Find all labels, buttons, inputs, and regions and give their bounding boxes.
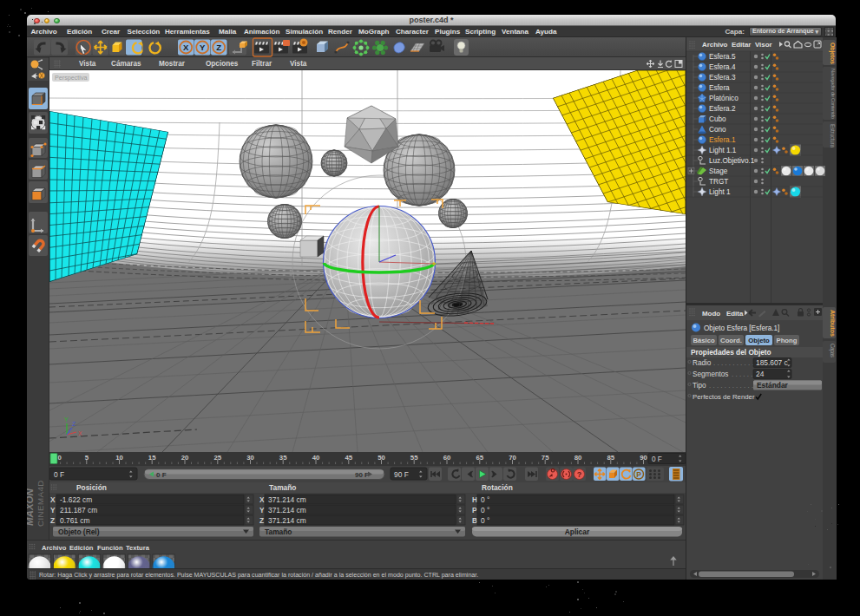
svg-text:P: P — [472, 506, 477, 514]
svg-text:85: 85 — [607, 454, 614, 462]
svg-text:40: 40 — [312, 454, 320, 462]
svg-text:Y: Y — [259, 506, 265, 514]
svg-text:50: 50 — [377, 454, 385, 462]
svg-text:Archivo: Archivo — [702, 41, 728, 49]
svg-text:Coord.: Coord. — [720, 337, 742, 344]
svg-text:Editar: Editar — [732, 41, 751, 49]
svg-text:24: 24 — [756, 370, 765, 378]
svg-text:Edición: Edición — [69, 544, 94, 552]
svg-text:Objeto (Rel): Objeto (Rel) — [58, 528, 100, 536]
svg-text:0 F: 0 F — [156, 471, 167, 479]
svg-text:35: 35 — [279, 454, 287, 462]
svg-text:Cono: Cono — [709, 126, 726, 134]
svg-text:25: 25 — [213, 454, 221, 462]
svg-text:30: 30 — [246, 454, 254, 462]
svg-text:Phong: Phong — [777, 337, 798, 344]
svg-text:0 °: 0 ° — [481, 516, 489, 525]
svg-text:45: 45 — [345, 454, 352, 462]
svg-text:185.607 c: 185.607 c — [756, 358, 788, 367]
svg-text:Esfera.4: Esfera.4 — [709, 63, 736, 71]
svg-text:90: 90 — [640, 454, 647, 462]
svg-text:5: 5 — [85, 454, 89, 462]
svg-text:X: X — [50, 495, 56, 504]
svg-text:0 F: 0 F — [54, 470, 64, 479]
svg-text:-1.622 cm: -1.622 cm — [60, 495, 92, 504]
svg-text:Textura: Textura — [126, 544, 150, 552]
svg-text:Perfectos de Render: Perfectos de Render — [693, 393, 755, 401]
svg-text:Z: Z — [72, 421, 76, 427]
svg-text:15: 15 — [148, 454, 156, 462]
svg-text:Estructura: Estructura — [830, 124, 836, 147]
svg-text:Esfera.3: Esfera.3 — [709, 74, 736, 82]
svg-text:Light 1.1: Light 1.1 — [709, 147, 737, 154]
svg-text:Objeto Esfera [Esfera.1]: Objeto Esfera [Esfera.1] — [704, 324, 779, 332]
svg-text:MAXON: MAXON — [27, 488, 35, 527]
svg-text:Y: Y — [50, 506, 56, 514]
svg-text:371.214 cm: 371.214 cm — [268, 516, 306, 525]
svg-text:Objetos: Objetos — [829, 43, 837, 64]
svg-text:Función: Función — [97, 544, 123, 552]
svg-text:0 F: 0 F — [652, 455, 662, 463]
svg-text:60: 60 — [443, 454, 451, 462]
svg-text:75: 75 — [542, 454, 549, 462]
svg-text:0.761 cm: 0.761 cm — [60, 516, 89, 525]
svg-text:55: 55 — [410, 454, 418, 462]
svg-text:Rotación: Rotación — [482, 483, 513, 492]
svg-text:CINEMA4D: CINEMA4D — [36, 480, 45, 527]
svg-text:Esfera.5: Esfera.5 — [709, 53, 736, 61]
svg-text:Perspectiva: Perspectiva — [55, 74, 88, 82]
svg-text:Capas: Capas — [829, 344, 836, 357]
svg-text:Esfera: Esfera — [709, 84, 730, 92]
svg-text:Segmentos: Segmentos — [693, 370, 728, 378]
svg-text:371.214 cm: 371.214 cm — [268, 506, 306, 514]
svg-text:TRGT: TRGT — [709, 178, 728, 186]
svg-text:Esfera.1: Esfera.1 — [709, 136, 736, 144]
svg-text:Tamaño: Tamaño — [265, 528, 292, 536]
svg-text:80: 80 — [574, 454, 582, 462]
svg-text:Edita: Edita — [726, 310, 744, 318]
svg-text:0: 0 — [58, 454, 62, 462]
svg-text:Z: Z — [216, 43, 221, 52]
svg-text:Tipo: Tipo — [693, 382, 706, 390]
svg-text:Luz.Objetivo.1: Luz.Objetivo.1 — [709, 157, 755, 165]
svg-text:65: 65 — [476, 454, 483, 462]
svg-text:Radio: Radio — [693, 359, 712, 367]
svg-text:Z: Z — [259, 516, 264, 525]
svg-text:0 °: 0 ° — [481, 495, 489, 504]
svg-text:90 F: 90 F — [394, 470, 409, 479]
svg-text:371.214 cm: 371.214 cm — [268, 495, 306, 504]
svg-text:Propiedades del Objeto: Propiedades del Objeto — [691, 348, 771, 357]
svg-text:Estándar: Estándar — [757, 381, 789, 390]
svg-text:0 °: 0 ° — [481, 506, 489, 514]
svg-text:Posición: Posición — [76, 483, 107, 492]
svg-text:Esfera.2: Esfera.2 — [709, 105, 736, 113]
svg-text:X: X — [183, 43, 189, 52]
svg-text:B: B — [472, 516, 477, 525]
svg-text:X: X — [259, 495, 265, 504]
svg-text:Cubo: Cubo — [709, 115, 726, 123]
svg-text:Platónico: Platónico — [709, 95, 739, 102]
svg-text:Stage: Stage — [709, 167, 728, 175]
svg-text:Z: Z — [50, 516, 55, 525]
svg-text:Objeto: Objeto — [748, 337, 770, 344]
svg-text:70: 70 — [509, 454, 516, 462]
svg-text:Y: Y — [64, 416, 69, 423]
svg-text:Atributos: Atributos — [829, 310, 837, 337]
svg-text:Y: Y — [200, 43, 206, 52]
svg-text:Archivo: Archivo — [42, 544, 67, 552]
svg-text:H: H — [472, 495, 477, 504]
svg-text:?: ? — [577, 470, 582, 479]
svg-text:211.187 cm: 211.187 cm — [60, 506, 97, 514]
svg-text:10: 10 — [115, 454, 123, 462]
svg-text:Modo: Modo — [702, 310, 720, 318]
svg-text:Light 1: Light 1 — [709, 188, 731, 196]
svg-text:P: P — [636, 470, 641, 479]
svg-text:20: 20 — [181, 454, 189, 462]
svg-text:Navegador de Contenido: Navegador de Contenido — [830, 69, 836, 120]
svg-text:Visor: Visor — [755, 41, 772, 49]
svg-text:90 F: 90 F — [355, 471, 369, 479]
svg-text:X: X — [78, 430, 82, 436]
svg-text:Aplicar: Aplicar — [565, 528, 590, 536]
svg-text:Básico: Básico — [693, 337, 715, 344]
svg-text:Tamaño: Tamaño — [269, 483, 297, 492]
